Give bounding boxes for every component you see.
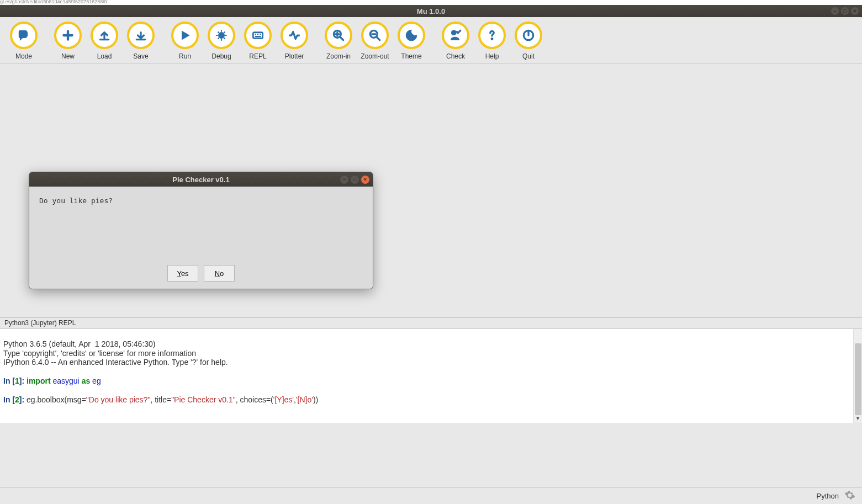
toolbar: ModeNewLoadSaveRunDebugREPLPlotterZoom-i… xyxy=(0,17,862,64)
svg-point-4 xyxy=(491,38,493,40)
close-icon[interactable]: × xyxy=(851,7,859,15)
theme-icon xyxy=(398,22,425,49)
tool-label: Zoom-in xyxy=(326,52,351,60)
dialog-pie-checker: Pie Checker v0.1 – □ × Do you like pies?… xyxy=(29,172,373,289)
help-button[interactable]: Help xyxy=(474,22,510,60)
quit-icon xyxy=(515,22,542,49)
dialog-minimize-icon[interactable]: – xyxy=(340,176,348,184)
tool-label: Save xyxy=(133,52,148,60)
plotter-button[interactable]: Plotter xyxy=(276,22,313,60)
check-icon xyxy=(442,22,469,49)
tool-label: Mode xyxy=(15,52,32,60)
scroll-down-icon[interactable]: ▼ xyxy=(854,414,862,423)
quit-button[interactable]: Quit xyxy=(510,22,547,60)
repl-output[interactable]: Python 3.6.5 (default, Apr 1 2018, 05:46… xyxy=(0,329,862,423)
repl-scrollbar[interactable]: ▲ ▼ xyxy=(853,329,862,423)
mode-icon xyxy=(10,22,38,49)
repl-button[interactable]: REPL xyxy=(240,22,276,60)
tool-label: Quit xyxy=(522,52,535,60)
tool-label: Check xyxy=(446,52,465,60)
svg-point-0 xyxy=(219,33,225,39)
dialog-message: Do you like pies? xyxy=(29,187,373,265)
window-controls: – □ × xyxy=(831,7,859,15)
dialog-title-bar: Pie Checker v0.1 – □ × xyxy=(29,172,373,187)
zoomout-button[interactable]: Zoom-out xyxy=(357,22,393,60)
editor-area: Pie Checker v0.1 – □ × Do you like pies?… xyxy=(0,64,862,318)
dialog-controls: – □ × xyxy=(340,176,369,184)
tool-label: Zoom-out xyxy=(361,52,389,60)
tool-label: Run xyxy=(179,52,191,60)
plotter-icon xyxy=(281,22,308,49)
repl-line: Python 3.6.5 (default, Apr 1 2018, 05:46… xyxy=(3,339,156,348)
run-button[interactable]: Run xyxy=(167,22,203,60)
check-button[interactable]: Check xyxy=(437,22,474,60)
repl-line: Type 'copyright', 'credits' or 'license'… xyxy=(3,349,196,358)
debug-icon xyxy=(208,22,235,49)
debug-button[interactable]: Debug xyxy=(203,22,240,60)
status-bar: Python xyxy=(0,487,862,504)
dialog-title: Pie Checker v0.1 xyxy=(172,176,229,184)
zoomin-icon xyxy=(325,22,352,49)
load-icon xyxy=(91,22,118,49)
status-mode: Python xyxy=(817,492,839,500)
new-button[interactable]: New xyxy=(50,22,86,60)
dialog-close-icon[interactable]: × xyxy=(361,176,369,184)
tool-label: REPL xyxy=(249,52,266,60)
browser-address: gl.es/ghost/#/editor/5b81d4e1459f6207516… xyxy=(0,0,107,4)
repl-line: IPython 6.4.0 -- An enhanced Interactive… xyxy=(3,358,228,367)
tool-label: Help xyxy=(485,52,499,60)
save-icon xyxy=(127,22,155,49)
dialog-buttons: Yes No xyxy=(29,265,373,288)
os-chrome: gl.es/ghost/#/editor/5b81d4e1459f6207516… xyxy=(0,0,862,5)
run-icon xyxy=(171,22,199,49)
save-button[interactable]: Save xyxy=(123,22,159,60)
dialog-maximize-icon[interactable]: □ xyxy=(351,176,359,184)
no-button[interactable]: No xyxy=(204,265,235,282)
zoomin-button[interactable]: Zoom-in xyxy=(320,22,357,60)
tool-label: Plotter xyxy=(285,52,304,60)
svg-rect-1 xyxy=(253,33,262,39)
maximize-icon[interactable]: □ xyxy=(841,7,849,15)
tool-label: New xyxy=(61,52,75,60)
mode-button[interactable]: Mode xyxy=(6,22,42,60)
scroll-thumb[interactable] xyxy=(855,343,861,415)
help-icon xyxy=(478,22,506,49)
theme-button[interactable]: Theme xyxy=(393,22,430,60)
load-button[interactable]: Load xyxy=(86,22,123,60)
window-title-bar: Mu 1.0.0 – □ × xyxy=(0,5,862,17)
gear-icon[interactable] xyxy=(844,490,855,502)
zoomout-icon xyxy=(361,22,389,49)
window-title: Mu 1.0.0 xyxy=(417,7,445,15)
new-icon xyxy=(54,22,82,49)
tool-label: Debug xyxy=(211,52,231,60)
minimize-icon[interactable]: – xyxy=(831,7,839,15)
tool-label: Load xyxy=(97,52,112,60)
yes-button[interactable]: Yes xyxy=(167,265,198,282)
repl-panel-label: Python3 (Jupyter) REPL xyxy=(0,318,862,329)
tool-label: Theme xyxy=(401,52,421,60)
repl-icon xyxy=(244,22,272,49)
